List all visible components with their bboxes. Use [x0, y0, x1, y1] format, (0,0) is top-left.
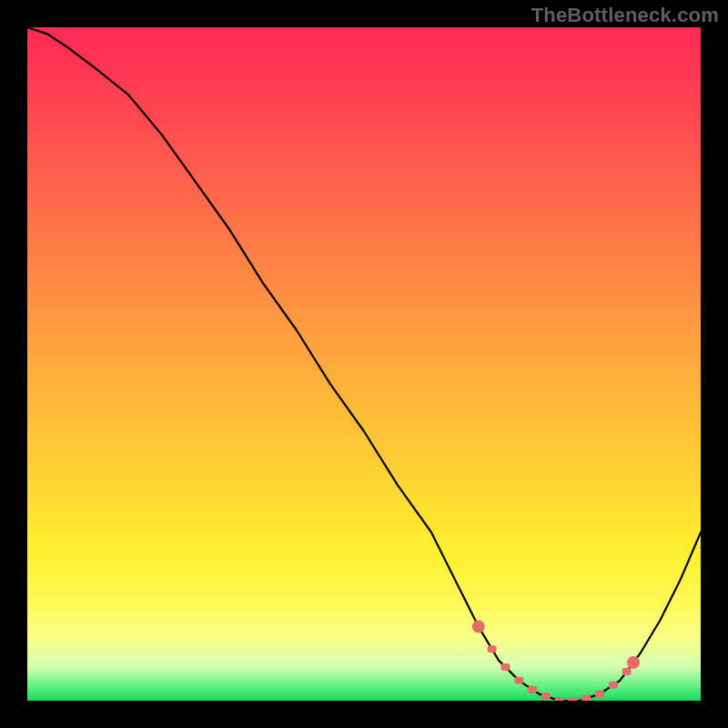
optimal-range-marker [528, 686, 537, 693]
optimal-range-marker [595, 691, 604, 698]
chart-frame: TheBottleneck.com [0, 0, 728, 728]
optimal-range-marker [622, 668, 632, 675]
optimal-range-marker [609, 682, 618, 689]
optimal-range-marker [555, 697, 564, 701]
optimal-range-marker [581, 695, 591, 702]
optimal-range-marker [488, 645, 497, 652]
watermark-text: TheBottleneck.com [531, 4, 719, 27]
optimal-range-marker [568, 697, 577, 701]
curve-layer [27, 27, 701, 701]
plot-area [27, 27, 701, 701]
optimal-range-marker [500, 663, 510, 671]
optimal-range-marker [541, 693, 551, 700]
bottleneck-curve [27, 27, 701, 701]
optimal-range-endpoint [472, 621, 485, 633]
optimal-range-markers [472, 621, 640, 701]
optimal-range-marker [514, 677, 523, 684]
optimal-range-endpoint [627, 656, 640, 669]
